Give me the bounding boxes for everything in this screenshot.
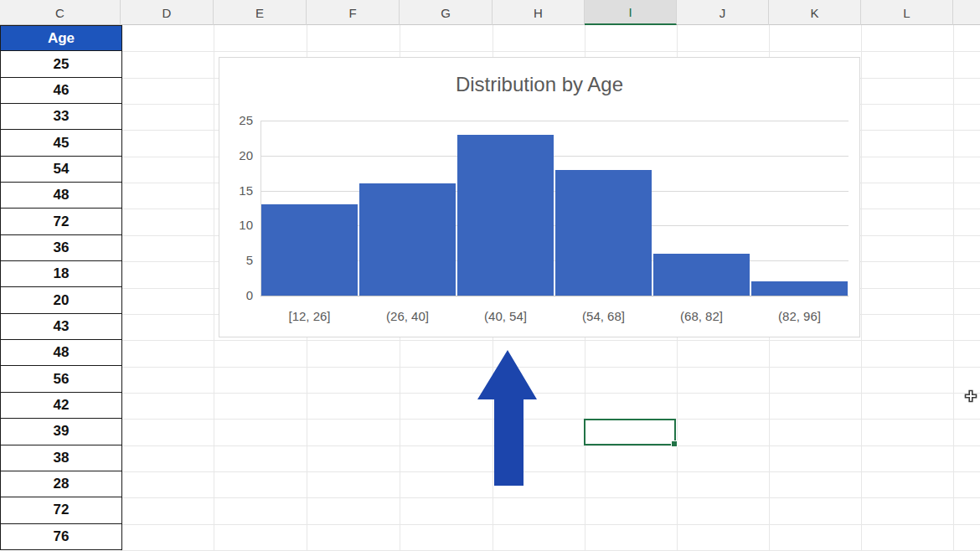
y-axis-tick-label: 10: [223, 218, 253, 232]
gridline-horizontal: [121, 367, 980, 368]
gridline-horizontal: [121, 445, 980, 446]
column-header-row: CDEFGHIJKL: [0, 0, 980, 25]
gridline-horizontal: [121, 471, 980, 472]
histogram-bar: [457, 135, 554, 296]
gridline-horizontal: [121, 393, 980, 394]
age-column-header[interactable]: Age: [1, 25, 122, 51]
age-value-cell[interactable]: 28: [1, 471, 122, 497]
chart-gridline: [260, 156, 848, 157]
x-axis-category-label: (82, 96]: [750, 309, 848, 323]
age-value-cell[interactable]: 36: [1, 235, 122, 261]
fill-handle[interactable]: [671, 440, 678, 447]
move-cursor-icon: [963, 389, 978, 404]
column-header-I[interactable]: I: [585, 0, 677, 25]
y-axis-tick-label: 25: [223, 113, 253, 127]
age-value-cell[interactable]: 38: [1, 445, 122, 471]
y-axis-tick-label: 20: [223, 148, 253, 162]
age-value-cell[interactable]: 33: [1, 104, 122, 130]
histogram-bar: [359, 183, 456, 296]
column-header-E[interactable]: E: [214, 0, 307, 25]
column-header-F[interactable]: F: [307, 0, 400, 25]
age-value-cell[interactable]: 56: [1, 366, 122, 392]
chart-gridline: [260, 191, 848, 192]
x-axis-category-label: (26, 40]: [358, 309, 456, 323]
age-data-column: Age2546334554487236182043485642393828727…: [0, 25, 121, 550]
column-header-J[interactable]: J: [677, 0, 769, 25]
column-header-D[interactable]: D: [121, 0, 214, 25]
age-value-cell[interactable]: 72: [1, 497, 122, 523]
x-axis-category-label: (54, 68]: [554, 309, 652, 323]
chart-title: Distribution by Age: [219, 73, 859, 96]
gridline-horizontal: [121, 524, 980, 525]
gridline-horizontal: [121, 419, 980, 420]
age-value-cell[interactable]: 72: [1, 209, 122, 234]
gridline-horizontal: [121, 497, 980, 498]
y-axis-tick-label: 15: [223, 183, 253, 198]
age-value-cell[interactable]: 46: [1, 78, 122, 104]
age-value-cell[interactable]: 20: [1, 287, 122, 313]
gridline-horizontal: [121, 340, 980, 341]
histogram-bar: [751, 281, 848, 296]
x-axis-category-label: (68, 82]: [652, 309, 750, 323]
age-value-cell[interactable]: 45: [1, 130, 122, 156]
up-arrow-shape[interactable]: [474, 347, 541, 489]
age-value-cell[interactable]: 39: [1, 419, 122, 445]
age-value-cell[interactable]: 43: [1, 314, 122, 340]
column-header-C[interactable]: C: [0, 0, 121, 25]
histogram-bar: [555, 170, 652, 296]
histogram-chart[interactable]: Distribution by Age 2520151050[12, 26](2…: [219, 57, 860, 337]
y-axis-tick-label: 0: [223, 288, 253, 302]
histogram-bar: [261, 204, 358, 296]
x-axis-category-label: [12, 26]: [260, 309, 358, 323]
selected-cell[interactable]: [584, 419, 676, 445]
chart-gridline: [260, 121, 848, 121]
column-header-K[interactable]: K: [769, 0, 861, 25]
x-axis-line: [260, 296, 848, 296]
age-value-cell[interactable]: 42: [1, 393, 122, 419]
column-header-G[interactable]: G: [400, 0, 493, 25]
age-value-cell[interactable]: 18: [1, 261, 122, 287]
column-header-L[interactable]: L: [861, 0, 953, 25]
x-axis-category-label: (40, 54]: [456, 309, 554, 323]
age-value-cell[interactable]: 54: [1, 157, 122, 183]
gridline-horizontal: [121, 51, 980, 52]
y-axis-tick-label: 5: [223, 253, 253, 267]
column-header-H[interactable]: H: [493, 0, 585, 25]
age-value-cell[interactable]: 48: [1, 340, 122, 366]
age-value-cell[interactable]: 48: [1, 183, 122, 209]
age-value-cell[interactable]: 76: [1, 524, 122, 550]
spreadsheet: CDEFGHIJKL Age25463345544872361820434856…: [0, 0, 980, 551]
histogram-bar: [653, 254, 750, 296]
up-arrow-polygon: [477, 350, 537, 486]
age-value-cell[interactable]: 25: [1, 51, 122, 77]
